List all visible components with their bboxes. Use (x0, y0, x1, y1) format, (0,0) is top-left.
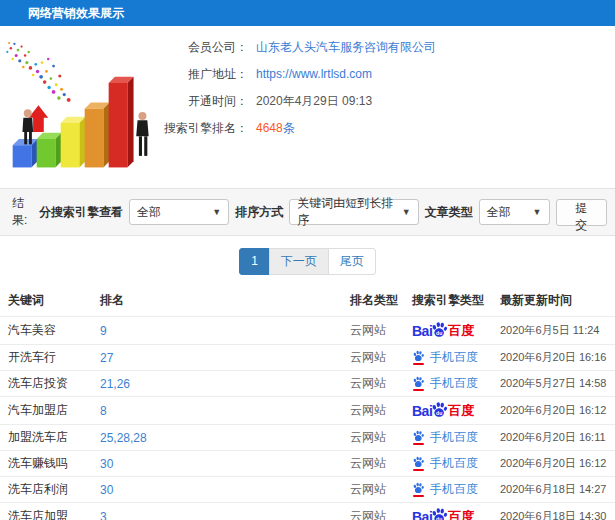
rank-cell[interactable]: 8 (95, 397, 345, 425)
baidu-logo-text: Bai (412, 510, 432, 520)
column-header-4: 最新更新时间 (495, 285, 615, 317)
rank-cell[interactable]: 30 (95, 477, 345, 503)
rank-type-cell: 云网站 (345, 425, 407, 451)
engine-cell: 手机百度 (407, 451, 495, 477)
rank-cell[interactable]: 30 (95, 451, 345, 477)
keyword-cell: 汽车加盟店 (0, 397, 95, 425)
updated-cell: 2020年6月5日 11:24 (495, 317, 615, 345)
rank-cell[interactable]: 9 (95, 317, 345, 345)
baidu-logo-cn-text: 百度 (448, 510, 474, 520)
mobile-baidu-badge: 手机百度 (412, 349, 478, 366)
table-row: 汽车美容9云网站 Bai du 百度 2020年6月5日 11:24 (0, 317, 615, 345)
growth-bar-chart-illustration (2, 32, 162, 188)
mobile-baidu-badge: 手机百度 (412, 429, 478, 446)
engine-cell: Bai du 百度 (407, 317, 495, 345)
engine-filter-label: 分搜索引擎查看 (39, 204, 123, 221)
titlebar: 网络营销效果展示 (0, 0, 615, 26)
chevron-down-icon: ▼ (402, 207, 411, 217)
opened-value: 2020年4月29日 09:13 (256, 93, 372, 110)
mobile-baidu-badge: 手机百度 (412, 375, 478, 392)
mobile-baidu-label: 手机百度 (430, 429, 478, 446)
rank-cell[interactable]: 21,26 (95, 371, 345, 397)
rank-type-cell: 云网站 (345, 345, 407, 371)
info-section: 会员公司： 山东老人头汽车服务咨询有限公司 推广地址： https://www.… (0, 26, 615, 188)
mobile-baidu-underline (413, 363, 424, 365)
baidu-logo-cn-text: 百度 (448, 324, 474, 337)
next-page-button[interactable]: 下一页 (269, 248, 329, 275)
mobile-baidu-label: 手机百度 (430, 455, 478, 472)
info-rows: 会员公司： 山东老人头汽车服务咨询有限公司 推广地址： https://www.… (162, 26, 615, 188)
site-row: 推广地址： https://www.lrtlsd.com (162, 65, 615, 83)
baidu-paw-du-text: du (436, 330, 442, 336)
engine-cell: 手机百度 (407, 477, 495, 503)
rank-type-cell: 云网站 (345, 371, 407, 397)
rank-type-cell: 云网站 (345, 317, 407, 345)
mobile-baidu-label: 手机百度 (430, 481, 478, 498)
baidu-logo: Bai du 百度 (412, 321, 474, 340)
chevron-down-icon: ▼ (533, 207, 542, 217)
mobile-baidu-badge: 手机百度 (412, 455, 478, 472)
result-label: 结果: (12, 195, 39, 229)
rank-label: 搜索引擎排名： (162, 120, 248, 137)
site-link[interactable]: https://www.lrtlsd.com (256, 67, 372, 81)
keyword-cell: 洗车店利润 (0, 477, 95, 503)
engine-cell: 手机百度 (407, 425, 495, 451)
table-row: 洗车店投资21,26云网站 手机百度 2020年5月27日 14:58 (0, 371, 615, 397)
last-page-button[interactable]: 尾页 (328, 248, 376, 275)
company-link[interactable]: 山东老人头汽车服务咨询有限公司 (256, 39, 436, 56)
submit-button[interactable]: 提交 (556, 199, 607, 226)
rank-count: 4648 (256, 121, 283, 135)
column-header-2: 排名类型 (345, 285, 407, 317)
rank-type-cell: 云网站 (345, 397, 407, 425)
rank-type-cell: 云网站 (345, 451, 407, 477)
keyword-cell: 加盟洗车店 (0, 425, 95, 451)
mobile-baidu-underline (413, 389, 424, 391)
article-type-select[interactable]: 全部 ▼ (479, 199, 550, 225)
baidu-paw-icon: du (431, 507, 448, 520)
baidu-paw-du-text: du (436, 516, 442, 520)
keyword-cell: 洗车店加盟 (0, 503, 95, 520)
table-header-row: 关键词排名排名类型搜索引擎类型最新更新时间 (0, 285, 615, 317)
keyword-cell: 洗车赚钱吗 (0, 451, 95, 477)
mobile-baidu-underline (413, 443, 424, 445)
page-1-button[interactable]: 1 (239, 248, 270, 275)
mobile-baidu-paw-icon (412, 430, 425, 445)
mobile-baidu-underline (413, 495, 424, 497)
sort-select[interactable]: 关键词由短到长排序 ▼ (289, 199, 419, 225)
table-row: 洗车赚钱吗30云网站 手机百度 2020年6月20日 16:12 (0, 451, 615, 477)
mobile-baidu-paw-icon (412, 376, 425, 391)
baidu-paw-du-text: du (436, 410, 442, 416)
updated-cell: 2020年6月20日 16:16 (495, 345, 615, 371)
updated-cell: 2020年5月27日 14:58 (495, 371, 615, 397)
filter-controls: 分搜索引擎查看 全部 ▼ 排序方式 关键词由短到长排序 ▼ 文章类型 全部 ▼ … (39, 199, 607, 226)
engine-select[interactable]: 全部 ▼ (129, 199, 229, 225)
rank-cell[interactable]: 27 (95, 345, 345, 371)
updated-cell: 2020年6月20日 16:12 (495, 451, 615, 477)
baidu-logo-cn-text: 百度 (448, 404, 474, 417)
mobile-baidu-paw-icon (412, 482, 425, 497)
mobile-baidu-label: 手机百度 (430, 375, 478, 392)
mobile-baidu-underline (413, 469, 424, 471)
opened-row: 开通时间： 2020年4月29日 09:13 (162, 92, 615, 110)
site-label: 推广地址： (162, 66, 248, 83)
engine-select-value: 全部 (137, 204, 161, 221)
article-type-select-value: 全部 (487, 204, 511, 221)
column-header-0: 关键词 (0, 285, 95, 317)
rank-cell[interactable]: 25,28,28 (95, 425, 345, 451)
filter-bar: 结果: 分搜索引擎查看 全部 ▼ 排序方式 关键词由短到长排序 ▼ 文章类型 全… (0, 188, 615, 236)
baidu-logo: Bai du 百度 (412, 401, 474, 420)
rank-row: 搜索引擎排名： 4648 条 (162, 119, 615, 137)
pagination: 1 下一页 尾页 (0, 236, 615, 285)
baidu-paw-icon: du (431, 321, 448, 338)
baidu-logo: Bai du 百度 (412, 507, 474, 520)
bar-chart-icon (2, 32, 162, 182)
column-header-3: 搜索引擎类型 (407, 285, 495, 317)
table-row: 加盟洗车店25,28,28云网站 手机百度 2020年6月20日 16:11 (0, 425, 615, 451)
rank-cell[interactable]: 3 (95, 503, 345, 520)
keyword-cell: 洗车店投资 (0, 371, 95, 397)
baidu-paw-icon: du (431, 401, 448, 418)
engine-cell: Bai du 百度 (407, 397, 495, 425)
company-row: 会员公司： 山东老人头汽车服务咨询有限公司 (162, 38, 615, 56)
mobile-baidu-paw-icon (412, 350, 425, 365)
chevron-down-icon: ▼ (212, 207, 221, 217)
